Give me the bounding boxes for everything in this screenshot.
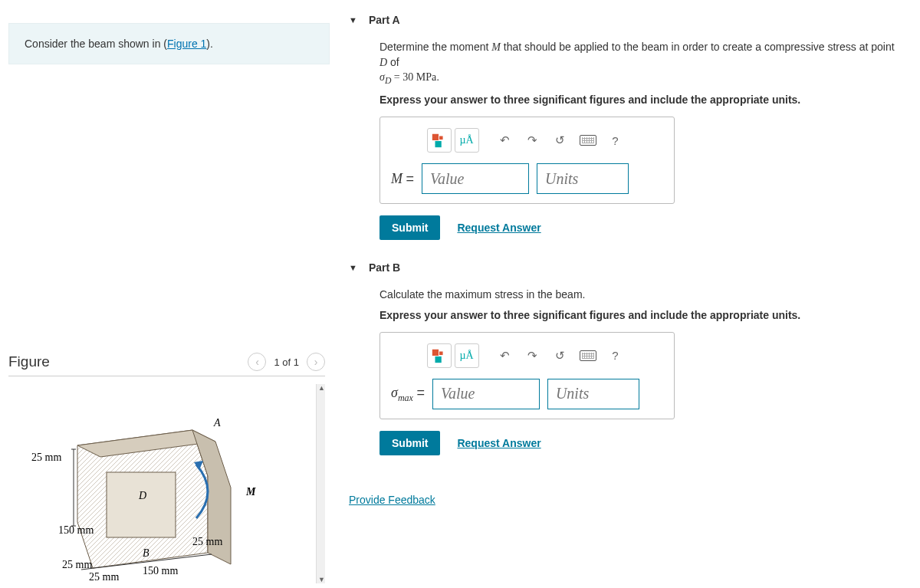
dim-25mm-br: 25 mm xyxy=(192,536,222,547)
redo-button[interactable]: ↷ xyxy=(521,128,545,153)
label-B: B xyxy=(143,547,150,559)
figure-prev-button[interactable]: ‹ xyxy=(248,353,266,371)
part-b-question: Calculate the maximum stress in the beam… xyxy=(380,287,905,303)
scroll-down-icon: ▼ xyxy=(318,576,325,583)
help-button[interactable]: ? xyxy=(603,128,628,153)
part-a-header[interactable]: ▼ Part A xyxy=(349,8,905,32)
undo-icon: ↶ xyxy=(500,349,510,363)
dim-150mm-bot: 150 mm xyxy=(143,565,178,577)
svg-rect-9 xyxy=(432,134,438,140)
scroll-up-icon: ▲ xyxy=(318,384,325,392)
part-a-request-answer-link[interactable]: Request Answer xyxy=(457,222,540,234)
help-icon: ? xyxy=(612,134,618,147)
part-b-var-label: σmax = xyxy=(391,385,425,404)
figure-scrollbar[interactable]: ▲ ▼ xyxy=(316,384,325,583)
label-D: D xyxy=(138,490,146,501)
svg-rect-14 xyxy=(435,356,441,363)
dim-25mm-bl2: 25 mm xyxy=(89,571,119,583)
svg-rect-3 xyxy=(107,472,176,537)
part-a-var-label: M = xyxy=(391,171,414,187)
svg-rect-13 xyxy=(439,351,443,355)
part-b-instruction: Express your answer to three significant… xyxy=(380,309,905,321)
part-a-instruction: Express your answer to three significant… xyxy=(380,94,905,106)
provide-feedback-link[interactable]: Provide Feedback xyxy=(349,494,435,506)
part-b-submit-button[interactable]: Submit xyxy=(380,431,440,455)
help-button[interactable]: ? xyxy=(603,343,628,368)
part-a-answer-box: µÅ ↶ ↷ ↺ ? M = xyxy=(380,117,675,204)
part-a-units-input[interactable] xyxy=(537,163,629,194)
problem-intro: Consider the beam shown in (Figure 1). xyxy=(8,23,330,64)
redo-icon: ↷ xyxy=(527,349,537,363)
intro-text-post: ). xyxy=(206,38,213,50)
reset-button[interactable]: ↺ xyxy=(548,128,573,153)
part-b-units-input[interactable] xyxy=(547,379,639,409)
part-a-value-input[interactable] xyxy=(422,163,529,194)
templates-button[interactable] xyxy=(427,343,452,368)
reset-icon: ↺ xyxy=(555,133,565,147)
figure-title: Figure xyxy=(8,353,50,370)
templates-icon xyxy=(431,347,448,364)
keyboard-icon xyxy=(580,135,596,146)
templates-icon xyxy=(431,132,448,149)
figure-next-button[interactable]: › xyxy=(307,353,325,371)
redo-icon: ↷ xyxy=(527,133,537,147)
dim-25mm-bl: 25 mm xyxy=(62,559,92,570)
figure-link[interactable]: Figure 1 xyxy=(167,38,206,50)
intro-text-pre: Consider the beam shown in ( xyxy=(25,38,167,50)
beam-diagram: A B D M 25 mm 150 mm 25 mm 25 mm 150 mm … xyxy=(16,392,277,588)
part-b-header[interactable]: ▼ Part B xyxy=(349,255,905,280)
dim-25mm-tl: 25 mm xyxy=(31,452,61,463)
part-a-title: Part A xyxy=(369,14,400,26)
units-symbol-button[interactable]: µÅ xyxy=(455,128,479,153)
label-M: M xyxy=(245,486,256,498)
part-a-question: Determine the moment M that should be ap… xyxy=(380,40,905,87)
reset-button[interactable]: ↺ xyxy=(548,343,573,368)
svg-rect-11 xyxy=(435,141,441,147)
help-icon: ? xyxy=(612,349,618,362)
svg-rect-12 xyxy=(432,350,438,356)
keyboard-button[interactable] xyxy=(576,128,600,153)
reset-icon: ↺ xyxy=(555,349,565,363)
keyboard-icon xyxy=(580,350,596,361)
undo-button[interactable]: ↶ xyxy=(493,343,518,368)
units-symbol-button[interactable]: µÅ xyxy=(455,343,479,368)
undo-button[interactable]: ↶ xyxy=(493,128,518,153)
part-a-submit-button[interactable]: Submit xyxy=(380,215,440,240)
keyboard-button[interactable] xyxy=(576,343,600,368)
undo-icon: ↶ xyxy=(500,133,510,147)
collapse-icon: ▼ xyxy=(349,263,357,272)
label-A: A xyxy=(213,417,221,429)
collapse-icon: ▼ xyxy=(349,15,357,25)
redo-button[interactable]: ↷ xyxy=(521,343,545,368)
svg-rect-10 xyxy=(439,136,443,140)
figure-panel: Figure ‹ 1 of 1 › xyxy=(4,348,330,588)
dim-150mm-left: 150 mm xyxy=(58,524,94,536)
figure-counter: 1 of 1 xyxy=(274,356,299,368)
part-b-title: Part B xyxy=(369,261,400,274)
part-b-request-answer-link[interactable]: Request Answer xyxy=(457,437,540,449)
templates-button[interactable] xyxy=(427,128,452,153)
part-b-value-input[interactable] xyxy=(432,379,540,409)
part-b-answer-box: µÅ ↶ ↷ ↺ ? σmax = xyxy=(380,332,675,419)
